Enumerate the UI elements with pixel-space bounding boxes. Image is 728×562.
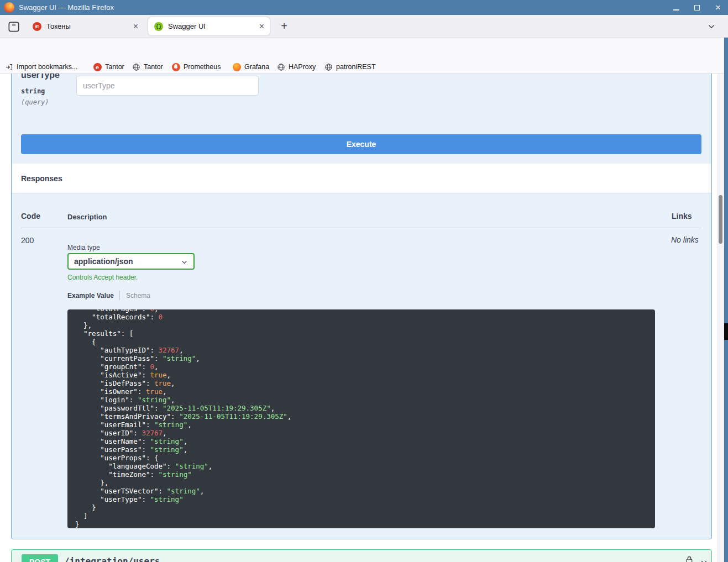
bookmark-tantor-2[interactable]: Tantor xyxy=(132,61,163,73)
prometheus-icon xyxy=(171,62,180,71)
bookmark-prometheus[interactable]: Prometheus xyxy=(171,61,221,73)
parameter-location: (query) xyxy=(21,98,49,106)
tab-bar: e Токены × {} Swagger UI × + xyxy=(0,15,728,38)
media-type-hint: Controls Accept header. xyxy=(67,274,138,281)
tab-label: Swagger UI xyxy=(168,22,259,30)
window-border xyxy=(724,38,728,562)
window-title: Swagger UI — Mozilla Firefox xyxy=(19,3,114,12)
bookmark-label: Import bookmarks... xyxy=(17,63,77,71)
example-json-block: "totalPages": 0, "totalRecords": 0 }, "r… xyxy=(67,309,655,528)
title-bar: Swagger UI — Mozilla Firefox × xyxy=(0,0,728,15)
post-endpoint-path: /integration/users xyxy=(64,556,160,562)
bookmarks-bar: Import bookmarks... e Tantor Tantor Prom… xyxy=(0,61,728,73)
media-type-value: application/json xyxy=(74,257,133,266)
tab-schema[interactable]: Schema xyxy=(126,292,150,300)
minimize-button[interactable] xyxy=(671,2,682,13)
bookmark-label: HAProxy xyxy=(289,63,316,71)
bookmark-label: Grafana xyxy=(244,63,269,71)
grafana-icon xyxy=(232,62,241,71)
scrollbar-thumb[interactable] xyxy=(719,195,722,244)
tab-label: Токены xyxy=(46,22,133,30)
bookmark-patronirest[interactable]: patroniREST xyxy=(324,61,376,73)
page-content: userType string (query) Execute Response… xyxy=(0,73,717,562)
tab-close-icon[interactable]: × xyxy=(133,22,138,31)
globe-icon xyxy=(132,62,140,71)
bookmark-label: Tantor xyxy=(105,63,124,71)
tab-swagger-ui[interactable]: {} Swagger UI × xyxy=(148,17,270,35)
import-icon xyxy=(4,62,13,71)
tokens-favicon-icon: e xyxy=(33,22,41,31)
maximize-button[interactable] xyxy=(692,2,703,13)
post-operation-block[interactable]: POST /integration/users xyxy=(11,549,712,562)
post-method-badge: POST xyxy=(22,554,58,562)
media-type-select[interactable]: application/json xyxy=(67,253,195,270)
tab-separator xyxy=(119,291,120,300)
bookmark-label: Prometheus xyxy=(184,63,221,71)
tab-tokens[interactable]: e Токены × xyxy=(27,17,144,35)
swagger-favicon-icon: {} xyxy=(154,22,163,31)
response-code: 200 xyxy=(21,236,34,245)
parameter-type: string xyxy=(21,87,45,95)
parameter-name: userType xyxy=(21,73,60,80)
example-json-code: "totalPages": 0, "totalRecords": 0 }, "r… xyxy=(75,309,647,528)
auth-lock-icon[interactable] xyxy=(685,555,694,562)
close-button[interactable]: × xyxy=(713,2,724,13)
chevron-down-icon xyxy=(180,258,188,266)
globe-icon xyxy=(324,62,333,71)
bookmark-haproxy[interactable]: HAProxy xyxy=(276,61,316,73)
responses-section-header: Responses xyxy=(12,164,711,193)
bookmark-label: patroniREST xyxy=(336,63,376,71)
firefox-view-icon[interactable] xyxy=(7,19,21,34)
bookmark-tantor-1[interactable]: e Tantor xyxy=(93,61,124,73)
execute-button[interactable]: Execute xyxy=(21,134,701,154)
new-tab-button[interactable]: + xyxy=(278,20,290,33)
tab-example-value[interactable]: Example Value xyxy=(67,292,114,300)
tab-list-chevron-icon[interactable] xyxy=(706,22,717,33)
navigation-bar: https://education.tantorlabs.ru/docs/#/u… xyxy=(0,38,728,61)
bookmark-import[interactable]: Import bookmarks... xyxy=(4,61,77,73)
firefox-logo-icon xyxy=(4,2,14,13)
bookmark-label: Tantor xyxy=(144,63,163,71)
table-divider xyxy=(21,228,701,228)
code-column-header: Code xyxy=(21,212,40,220)
border-mark xyxy=(724,323,728,340)
tantor-icon: e xyxy=(93,62,102,71)
links-column-header: Links xyxy=(672,212,692,220)
usertype-input[interactable] xyxy=(76,76,259,96)
responses-title: Responses xyxy=(21,174,62,183)
media-type-label: Media type xyxy=(67,244,100,251)
expand-chevron-icon[interactable] xyxy=(699,558,709,562)
tab-close-icon[interactable]: × xyxy=(259,22,264,31)
scrollbar-track[interactable] xyxy=(717,73,724,562)
globe-icon xyxy=(276,62,285,71)
browser-window: Swagger UI — Mozilla Firefox × e Токены … xyxy=(0,0,728,562)
description-column-header: Description xyxy=(67,213,107,221)
no-links-text: No links xyxy=(671,235,699,244)
bookmark-grafana[interactable]: Grafana xyxy=(232,61,269,73)
